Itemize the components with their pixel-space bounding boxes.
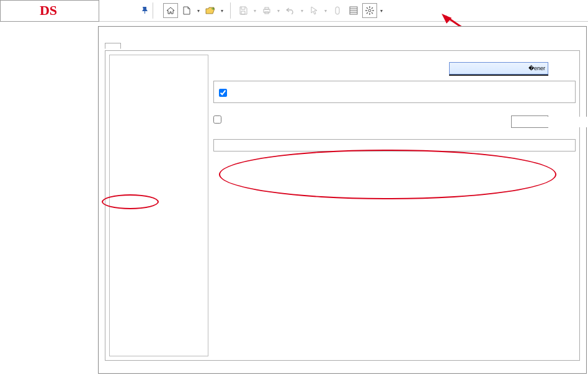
svg-rect-3: [336, 7, 339, 14]
svg-rect-1: [265, 7, 269, 9]
system-options-dialog: �ener ▲▼: [98, 26, 587, 374]
toolbar: ▾ ▾ ▾ ▾ ▾ ▾ ▾: [163, 2, 385, 19]
print-icon[interactable]: [259, 3, 274, 18]
speedpak-dropdown-list[interactable]: [449, 75, 548, 76]
home-icon[interactable]: [163, 3, 178, 18]
tab-system-options[interactable]: [105, 43, 121, 49]
large-assembly-active-group: [213, 139, 576, 151]
print-dropdown[interactable]: ▾: [275, 8, 282, 14]
save-icon[interactable]: [236, 3, 251, 18]
new-dropdown[interactable]: ▾: [195, 8, 202, 14]
open-icon[interactable]: [203, 3, 218, 18]
gear-icon[interactable]: [362, 3, 377, 18]
properties-icon[interactable]: [346, 3, 361, 18]
separator: [153, 2, 153, 19]
use-large-assembly-mode-checkbox[interactable]: [219, 89, 227, 97]
ldr-threshold-spinner[interactable]: ▲▼: [511, 115, 548, 128]
speedpak-dropdown[interactable]: �ener: [449, 62, 548, 75]
undo-icon[interactable]: [283, 3, 298, 18]
use-ldr-checkbox[interactable]: [213, 115, 221, 124]
app-logo: DS: [0, 0, 99, 22]
svg-point-8: [368, 9, 371, 12]
new-document-icon[interactable]: [179, 3, 194, 18]
attach-icon[interactable]: [330, 3, 345, 18]
logo-glyph: DS: [40, 2, 57, 19]
chevron-down-icon: �ener: [528, 65, 545, 71]
separator: [230, 2, 231, 19]
dialog-title: [99, 27, 586, 37]
select-dropdown[interactable]: ▾: [323, 8, 329, 14]
svg-line-15: [372, 7, 373, 9]
undo-dropdown[interactable]: ▾: [299, 8, 305, 14]
gear-dropdown[interactable]: ▾: [378, 8, 385, 14]
opening-large-assemblies-group: [213, 81, 576, 103]
svg-line-14: [372, 12, 373, 14]
tab-strip: [105, 42, 580, 50]
svg-line-13: [367, 7, 368, 9]
select-icon[interactable]: [306, 3, 321, 18]
tab-panel: �ener ▲▼: [105, 50, 580, 361]
open-dropdown[interactable]: ▾: [219, 8, 225, 14]
top-bar: DS ▾ ▾ ▾ ▾ ▾: [0, 0, 588, 22]
ldr-threshold-input[interactable]: [512, 117, 588, 127]
save-dropdown[interactable]: ▾: [252, 8, 258, 14]
pin-icon[interactable]: [141, 6, 149, 16]
options-category-list[interactable]: [109, 55, 208, 356]
svg-line-16: [367, 12, 368, 14]
options-content: �ener ▲▼: [212, 51, 579, 360]
